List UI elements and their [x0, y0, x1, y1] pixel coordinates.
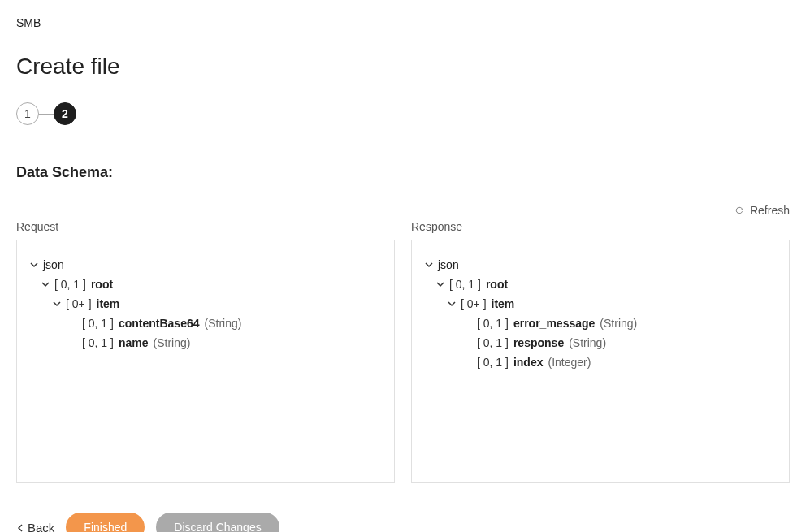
tree-row-root[interactable]: [ 0, 1 ] root — [30, 275, 381, 294]
request-panel: Request json [ 0, 1 ] root [ 0+ ] item [… — [16, 220, 395, 483]
tree-row-field[interactable]: [ 0, 1 ] name (String) — [30, 333, 381, 353]
cardinality-label: [ 0, 1 ] — [82, 336, 114, 349]
field-name: error_message — [514, 317, 595, 330]
field-name: name — [119, 336, 149, 349]
response-panel-title: Response — [411, 220, 790, 233]
tree-row-json[interactable]: json — [425, 255, 776, 275]
cardinality-label: [ 0, 1 ] — [477, 336, 509, 349]
refresh-button[interactable]: Refresh — [16, 204, 790, 217]
field-name: response — [514, 336, 564, 349]
tree-row-item[interactable]: [ 0+ ] item — [425, 294, 776, 314]
tree-row-item[interactable]: [ 0+ ] item — [30, 294, 381, 314]
field-name: index — [514, 356, 544, 369]
wizard-step-2[interactable]: 2 — [54, 102, 76, 125]
cardinality-label: [ 0, 1 ] — [477, 356, 509, 369]
cardinality-label: [ 0, 1 ] — [54, 278, 86, 291]
chevron-down-icon — [30, 261, 38, 269]
request-panel-body: json [ 0, 1 ] root [ 0+ ] item [ 0, 1 ] … — [16, 240, 395, 483]
field-name: item — [492, 297, 515, 310]
cardinality-label: [ 0, 1 ] — [82, 317, 114, 330]
field-name: item — [97, 297, 120, 310]
field-type: (Integer) — [548, 356, 592, 369]
tree-row-json[interactable]: json — [30, 255, 381, 275]
wizard-step-1[interactable]: 1 — [16, 102, 39, 125]
response-panel-body: json [ 0, 1 ] root [ 0+ ] item [ 0, 1 ] … — [411, 240, 790, 483]
tree-row-field[interactable]: [ 0, 1 ] error_message (String) — [425, 314, 776, 333]
page-title: Create file — [16, 54, 790, 80]
field-name: contentBase64 — [119, 317, 200, 330]
section-title-data-schema: Data Schema: — [16, 164, 790, 181]
field-type: (String) — [205, 317, 242, 330]
chevron-down-icon — [41, 280, 50, 288]
back-button[interactable]: Back — [16, 521, 54, 533]
chevron-down-icon — [448, 300, 456, 308]
cardinality-label: [ 0+ ] — [66, 297, 92, 310]
tree-label: json — [43, 258, 64, 271]
field-type: (String) — [154, 336, 191, 349]
response-panel: Response json [ 0, 1 ] root [ 0+ ] item … — [411, 220, 790, 483]
tree-row-field[interactable]: [ 0, 1 ] response (String) — [425, 333, 776, 353]
chevron-down-icon — [425, 261, 433, 269]
field-type: (String) — [600, 317, 637, 330]
tree-row-field[interactable]: [ 0, 1 ] index (Integer) — [425, 353, 776, 372]
tree-row-root[interactable]: [ 0, 1 ] root — [425, 275, 776, 294]
chevron-down-icon — [53, 300, 61, 308]
tree-label: json — [438, 258, 459, 271]
cardinality-label: [ 0, 1 ] — [477, 317, 509, 330]
field-name: root — [486, 278, 508, 291]
discard-changes-button[interactable]: Discard Changes — [156, 513, 279, 532]
refresh-label: Refresh — [750, 204, 790, 217]
wizard-connector — [39, 114, 54, 115]
field-type: (String) — [569, 336, 606, 349]
refresh-icon — [735, 206, 743, 214]
cardinality-label: [ 0+ ] — [461, 297, 487, 310]
request-panel-title: Request — [16, 220, 395, 233]
finished-button[interactable]: Finished — [66, 513, 145, 532]
field-name: root — [91, 278, 113, 291]
wizard-steps: 1 2 — [16, 102, 790, 125]
breadcrumb-smb[interactable]: SMB — [16, 16, 41, 29]
back-label: Back — [28, 521, 54, 533]
tree-row-field[interactable]: [ 0, 1 ] contentBase64 (String) — [30, 314, 381, 333]
chevron-down-icon — [436, 280, 444, 288]
cardinality-label: [ 0, 1 ] — [449, 278, 481, 291]
chevron-left-icon — [16, 521, 24, 533]
